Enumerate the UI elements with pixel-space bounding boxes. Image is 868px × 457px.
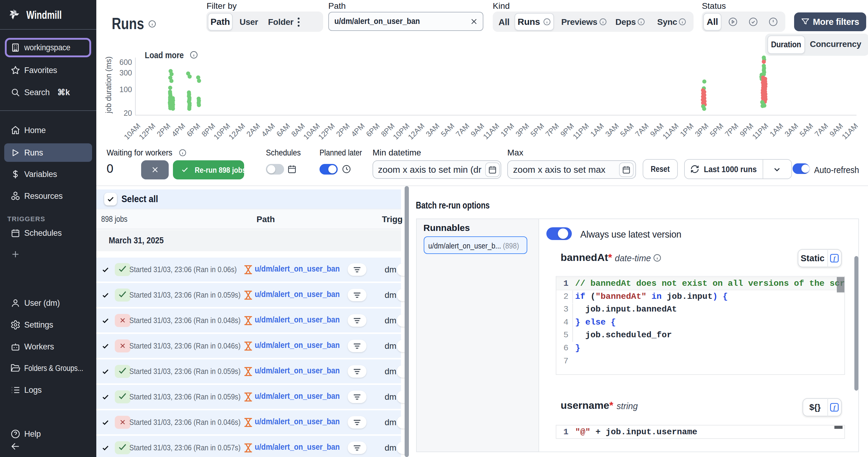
svg-text:f: f — [834, 404, 836, 411]
svg-text:3AM: 3AM — [783, 122, 800, 139]
svg-text:1PM: 1PM — [499, 122, 516, 139]
svg-text:1AM: 1AM — [768, 122, 785, 139]
svg-text:12PM: 12PM — [317, 122, 337, 139]
svg-text:2PM: 2PM — [155, 122, 172, 139]
svg-text:11PM: 11PM — [571, 122, 590, 139]
svg-text:1AM: 1AM — [589, 122, 606, 139]
svg-text:5AM: 5AM — [619, 122, 636, 139]
svg-text:5AM: 5AM — [798, 122, 815, 139]
svg-text:7PM: 7PM — [544, 122, 561, 139]
svg-text:4PM: 4PM — [170, 122, 187, 139]
svg-text:11PM: 11PM — [751, 122, 770, 139]
svg-text:2AM: 2AM — [245, 122, 262, 139]
svg-text:11AM: 11AM — [661, 122, 680, 139]
svg-text:5AM: 5AM — [439, 122, 456, 139]
svg-text:4PM: 4PM — [349, 122, 366, 139]
svg-text:11AM: 11AM — [840, 122, 860, 139]
svg-text:2PM: 2PM — [335, 122, 351, 139]
svg-text:7AM: 7AM — [633, 122, 650, 139]
svg-text:12PM: 12PM — [137, 122, 157, 139]
svg-text:3AM: 3AM — [603, 122, 620, 139]
svg-text:3PM: 3PM — [693, 122, 710, 139]
svg-text:5PM: 5PM — [529, 122, 546, 139]
svg-text:7AM: 7AM — [454, 122, 471, 139]
svg-text:12AM: 12AM — [406, 122, 426, 139]
svg-text:12AM: 12AM — [227, 122, 247, 139]
svg-text:6PM: 6PM — [185, 122, 202, 139]
svg-text:3PM: 3PM — [514, 122, 531, 139]
svg-text:11AM: 11AM — [482, 122, 501, 139]
svg-text:5PM: 5PM — [708, 122, 725, 139]
svg-text:f: f — [834, 255, 836, 261]
svg-text:7PM: 7PM — [723, 122, 740, 139]
svg-text:6AM: 6AM — [275, 122, 291, 139]
svg-text:7AM: 7AM — [813, 122, 830, 139]
svg-text:1PM: 1PM — [678, 122, 695, 139]
svg-text:3AM: 3AM — [424, 122, 441, 139]
svg-text:6PM: 6PM — [365, 122, 381, 139]
svg-text:4AM: 4AM — [260, 122, 277, 139]
